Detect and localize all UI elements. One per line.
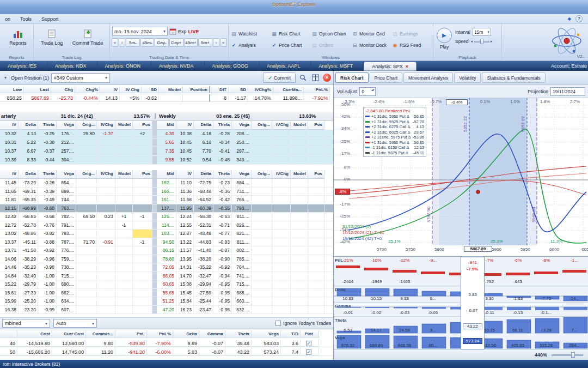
speed-slider[interactable]: ◂▸ [471, 38, 493, 45]
pos2-cell[interactable] [308, 280, 324, 288]
analysis-tab[interactable]: Analysis: MSFT [311, 62, 364, 71]
option-chain-row[interactable]: 15.61 -27.39 -1.00 662.... 55.65 15.45 -… [0, 289, 333, 298]
pos-cell[interactable] [133, 272, 152, 280]
pos2-cell[interactable] [308, 179, 324, 187]
nav-prev-button[interactable]: ‹ [119, 38, 125, 47]
pos-cell[interactable] [133, 246, 152, 255]
option-chain-row[interactable]: 13.37 -45.11 -0.88 787.... 71.70 -0.91 -… [0, 238, 333, 247]
window-toggle-item[interactable]: ◉ RSS Feed [392, 40, 432, 50]
menu-item-support[interactable]: Support [36, 15, 64, 23]
collapse-chevron-icon[interactable]: ▾ [2, 75, 9, 80]
model-cell[interactable] [115, 204, 133, 213]
window-toggle-item[interactable]: ▦ Risk Chart [271, 29, 311, 39]
commit-trade-button[interactable]: Commit Trade [71, 26, 105, 52]
pos2-cell[interactable] [308, 188, 324, 196]
pos-cell[interactable]: -1 [133, 238, 152, 246]
chart-tab[interactable]: Risk Chart [335, 73, 369, 83]
option-chain-row[interactable]: 15.22 -29.79 -1.00 690.... 60.65 15.08 -… [0, 280, 333, 289]
model-cell[interactable] [115, 246, 133, 255]
pos-cell[interactable] [133, 306, 152, 314]
model-cell[interactable] [115, 280, 133, 288]
grid-view-icon[interactable] [310, 73, 321, 83]
model2-cell[interactable] [291, 230, 308, 238]
pos2-cell[interactable] [308, 138, 324, 147]
model2-cell[interactable] [291, 156, 308, 164]
trade-log-button[interactable]: Trade Log [35, 26, 69, 52]
delete-position-icon[interactable]: × [323, 74, 331, 82]
model-cell[interactable] [115, 156, 133, 164]
timeframe-step-button[interactable]: 5m- [126, 38, 140, 47]
model-cell[interactable] [115, 188, 133, 196]
model2-cell[interactable] [291, 238, 308, 246]
model2-cell[interactable] [291, 263, 308, 272]
pos2-cell[interactable] [308, 204, 324, 213]
analysis-tab[interactable]: Analysis: AAPL [259, 62, 311, 71]
tab-close-icon[interactable]: × [406, 64, 408, 69]
play-button[interactable] [437, 28, 452, 43]
pos-cell[interactable] [133, 138, 152, 147]
pos-cell[interactable] [133, 147, 152, 155]
model-cell[interactable] [115, 138, 133, 147]
option-chain-row[interactable]: 10.37 6.67 -0.37 257.... 7.35 10.45 7.70… [0, 147, 333, 156]
pos-cell[interactable] [133, 280, 152, 288]
pos2-cell[interactable] [308, 255, 324, 263]
option-chain-row[interactable]: 16.38 -23.20 -0.99 607.... 47.20 16.23 -… [0, 306, 333, 315]
timeframe-step-button[interactable]: 45m+ [184, 38, 198, 47]
model2-cell[interactable] [291, 188, 308, 196]
timeframe-step-button[interactable]: 45m- [140, 38, 155, 47]
option-chain-row[interactable]: 10.32 4.13 -0.25 176.... 26.80 -1.37 +2 … [0, 130, 333, 138]
auto-combo[interactable]: Auto [53, 319, 97, 328]
window-toggle-item[interactable]: ⊟ Monitor Dock [352, 40, 392, 50]
model2-cell[interactable] [291, 255, 308, 263]
model2-cell[interactable] [291, 213, 308, 221]
option-chain-row[interactable]: 13.71 -41.58 -0.92 776.... 86.15 13.57 -… [0, 246, 333, 255]
pos2-cell[interactable] [308, 289, 324, 297]
vol-adjust-spinner[interactable]: 0 [359, 87, 376, 96]
combined-combo[interactable]: mbined [2, 319, 50, 328]
model-cell[interactable] [115, 130, 133, 138]
chart-tab[interactable]: Price Chart [370, 73, 403, 83]
pos-cell[interactable]: -1 [133, 213, 152, 221]
pos2-cell[interactable] [308, 306, 324, 314]
chart-tab[interactable]: Movement Analysis [403, 73, 453, 83]
ignore-trades-checkbox[interactable] [275, 321, 281, 326]
menu-item-tools[interactable]: Tools [15, 15, 36, 23]
option-chain-row[interactable]: 12.42 -56.85 -0.68 782.... 69.50 0.23 +1… [0, 213, 333, 221]
title-bar[interactable]: OptionNET Explorer [0, 0, 588, 14]
pos-cell[interactable]: +2 [133, 130, 152, 138]
model-cell[interactable] [115, 263, 133, 272]
model2-cell[interactable] [291, 306, 308, 314]
analysis-tab[interactable]: Analysis: GOOG [205, 62, 260, 71]
pos2-cell[interactable] [308, 263, 324, 272]
option-chain-row[interactable]: 11.81 -65.35 -0.49 744.... 151.... 11.68… [0, 196, 333, 204]
gamma-row-label[interactable]: Gamma [335, 304, 351, 309]
pos2-cell[interactable] [308, 297, 324, 305]
model-cell[interactable] [115, 272, 133, 280]
option-chain-row[interactable]: 12.15 -60.99 -0.60 763.... 137.... 11.95… [0, 204, 333, 213]
model2-cell[interactable] [291, 280, 308, 288]
option-chain-row[interactable]: 15.99 -25.20 -1.00 634.... 51.25 15.84 -… [0, 297, 333, 306]
totals-row[interactable]: 50 -15,686.20 14,745.00 11.20 -941.20 -6… [0, 347, 333, 356]
model2-cell[interactable] [291, 130, 308, 138]
window-toggle-item[interactable]: ▥ Option Chain [311, 29, 352, 39]
model-cell[interactable] [115, 147, 133, 155]
model-cell[interactable] [115, 255, 133, 263]
risk-chart[interactable]: 5852.22 5953.02 5787.90 5969.84 31/12/20… [334, 98, 588, 256]
pos-cell[interactable] [133, 188, 152, 196]
window-toggle-item[interactable]: ✓ Analysis [231, 40, 271, 50]
pos-cell[interactable] [133, 156, 152, 164]
pos2-cell[interactable] [308, 196, 324, 204]
delta-row-label[interactable]: Delta [335, 287, 346, 292]
window-toggle-item[interactable]: ✓ Price Chart [271, 40, 311, 50]
pos-cell[interactable] [133, 221, 152, 230]
model-cell[interactable]: +1 [115, 213, 133, 221]
pos-cell[interactable] [133, 196, 152, 204]
model-cell[interactable] [115, 297, 133, 305]
menu-item-on[interactable]: on [0, 15, 15, 23]
option-chain-row[interactable]: 11.65 -69.31 -0.39 699.... 166.... 11.36… [0, 188, 333, 196]
model-cell[interactable] [115, 179, 133, 187]
model-cell[interactable] [115, 196, 133, 204]
summary-value-row[interactable]: 858.25 5867.89 -25.73 -0.44% 14.13 +5% -… [0, 94, 333, 102]
position-selector-combo[interactable]: #349 Custom [51, 73, 110, 83]
interval-combo[interactable]: 15m [473, 28, 491, 36]
